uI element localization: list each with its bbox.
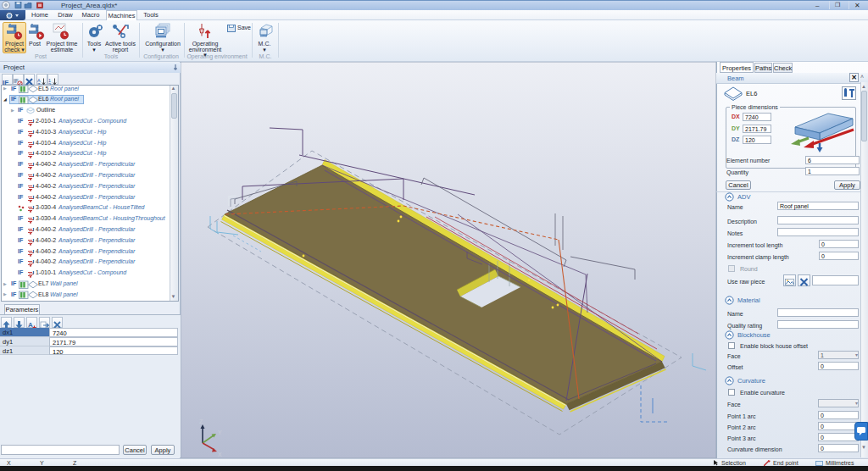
svg-text:Z: Z: [199, 418, 203, 424]
svg-text:X: X: [218, 452, 222, 457]
svg-text:Y: Y: [218, 429, 222, 435]
